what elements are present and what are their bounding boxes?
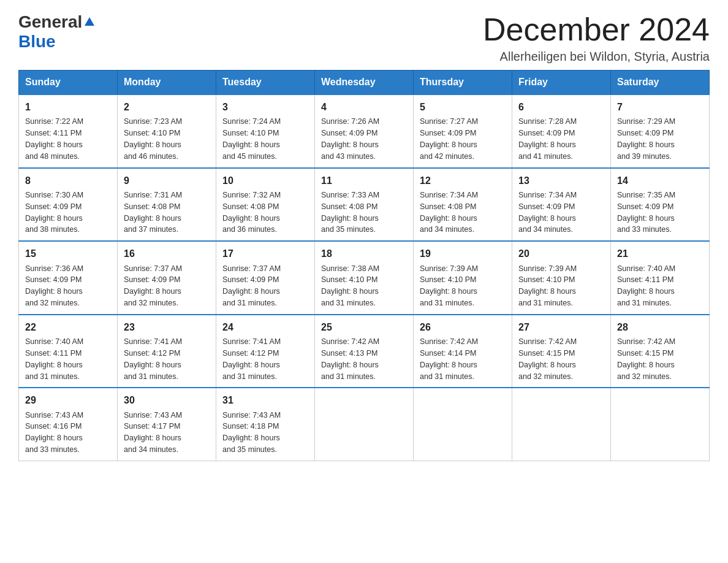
- calendar-table: Sunday Monday Tuesday Wednesday Thursday…: [18, 70, 710, 461]
- table-row: 29 Sunrise: 7:43 AMSunset: 4:16 PMDaylig…: [19, 388, 118, 461]
- day-info: Sunrise: 7:35 AMSunset: 4:09 PMDaylight:…: [617, 191, 675, 234]
- day-info: Sunrise: 7:42 AMSunset: 4:13 PMDaylight:…: [321, 337, 379, 381]
- table-row: 9 Sunrise: 7:31 AMSunset: 4:08 PMDayligh…: [118, 168, 216, 242]
- table-row: [315, 388, 414, 461]
- day-info: Sunrise: 7:24 AMSunset: 4:10 PMDaylight:…: [222, 117, 281, 161]
- table-row: 17 Sunrise: 7:37 AMSunset: 4:09 PMDaylig…: [216, 241, 315, 315]
- day-number: 29: [25, 393, 111, 407]
- day-info: Sunrise: 7:28 AMSunset: 4:09 PMDaylight:…: [518, 117, 577, 161]
- day-number: 11: [321, 174, 407, 188]
- day-number: 21: [617, 247, 703, 261]
- day-number: 27: [518, 320, 604, 334]
- table-row: 7 Sunrise: 7:29 AMSunset: 4:09 PMDayligh…: [611, 94, 710, 168]
- col-thursday: Thursday: [414, 71, 512, 95]
- day-info: Sunrise: 7:33 AMSunset: 4:08 PMDaylight:…: [321, 191, 379, 234]
- table-row: 2 Sunrise: 7:23 AMSunset: 4:10 PMDayligh…: [118, 94, 216, 168]
- title-section: December 2024 Allerheiligen bei Wildon, …: [483, 12, 710, 64]
- day-number: 12: [420, 174, 506, 188]
- header-row: Sunday Monday Tuesday Wednesday Thursday…: [19, 71, 710, 95]
- day-info: Sunrise: 7:36 AMSunset: 4:09 PMDaylight:…: [25, 264, 83, 308]
- week-row-5: 29 Sunrise: 7:43 AMSunset: 4:16 PMDaylig…: [19, 388, 710, 461]
- col-tuesday: Tuesday: [216, 71, 315, 95]
- day-number: 14: [617, 174, 703, 188]
- day-info: Sunrise: 7:40 AMSunset: 4:11 PMDaylight:…: [25, 337, 83, 381]
- col-friday: Friday: [512, 71, 611, 95]
- week-row-4: 22 Sunrise: 7:40 AMSunset: 4:11 PMDaylig…: [19, 315, 710, 388]
- table-row: 6 Sunrise: 7:28 AMSunset: 4:09 PMDayligh…: [512, 94, 611, 168]
- table-row: 15 Sunrise: 7:36 AMSunset: 4:09 PMDaylig…: [19, 241, 118, 315]
- day-info: Sunrise: 7:30 AMSunset: 4:09 PMDaylight:…: [25, 191, 83, 234]
- table-row: 18 Sunrise: 7:38 AMSunset: 4:10 PMDaylig…: [315, 241, 414, 315]
- day-info: Sunrise: 7:38 AMSunset: 4:10 PMDaylight:…: [321, 264, 379, 308]
- table-row: 14 Sunrise: 7:35 AMSunset: 4:09 PMDaylig…: [611, 168, 710, 242]
- day-info: Sunrise: 7:39 AMSunset: 4:10 PMDaylight:…: [420, 264, 478, 308]
- day-number: 13: [518, 174, 604, 188]
- day-number: 8: [25, 174, 111, 188]
- day-number: 16: [124, 247, 210, 261]
- table-row: 21 Sunrise: 7:40 AMSunset: 4:11 PMDaylig…: [611, 241, 710, 315]
- day-number: 24: [222, 320, 308, 334]
- week-row-3: 15 Sunrise: 7:36 AMSunset: 4:09 PMDaylig…: [19, 241, 710, 315]
- day-info: Sunrise: 7:34 AMSunset: 4:08 PMDaylight:…: [420, 191, 478, 234]
- table-row: 8 Sunrise: 7:30 AMSunset: 4:09 PMDayligh…: [19, 168, 118, 242]
- day-number: 18: [321, 247, 407, 261]
- logo-blue: Blue: [18, 32, 56, 52]
- day-number: 3: [222, 100, 308, 114]
- table-row: 22 Sunrise: 7:40 AMSunset: 4:11 PMDaylig…: [19, 315, 118, 388]
- table-row: 4 Sunrise: 7:26 AMSunset: 4:09 PMDayligh…: [315, 94, 414, 168]
- day-info: Sunrise: 7:41 AMSunset: 4:12 PMDaylight:…: [222, 337, 281, 381]
- month-title: December 2024: [483, 12, 710, 47]
- day-info: Sunrise: 7:34 AMSunset: 4:09 PMDaylight:…: [518, 191, 577, 234]
- table-row: 12 Sunrise: 7:34 AMSunset: 4:08 PMDaylig…: [414, 168, 512, 242]
- logo-general: General: [18, 12, 82, 32]
- day-number: 31: [222, 393, 308, 407]
- week-row-2: 8 Sunrise: 7:30 AMSunset: 4:09 PMDayligh…: [19, 168, 710, 242]
- day-number: 20: [518, 247, 604, 261]
- day-number: 6: [518, 100, 604, 114]
- logo: General Blue: [18, 12, 96, 52]
- table-row: 11 Sunrise: 7:33 AMSunset: 4:08 PMDaylig…: [315, 168, 414, 242]
- week-row-1: 1 Sunrise: 7:22 AMSunset: 4:11 PMDayligh…: [19, 94, 710, 168]
- day-number: 19: [420, 247, 506, 261]
- day-info: Sunrise: 7:42 AMSunset: 4:15 PMDaylight:…: [518, 337, 577, 381]
- table-row: 13 Sunrise: 7:34 AMSunset: 4:09 PMDaylig…: [512, 168, 611, 242]
- table-row: 25 Sunrise: 7:42 AMSunset: 4:13 PMDaylig…: [315, 315, 414, 388]
- day-info: Sunrise: 7:26 AMSunset: 4:09 PMDaylight:…: [321, 117, 379, 161]
- page-header: General Blue December 2024 Allerheiligen…: [18, 12, 710, 64]
- table-row: 26 Sunrise: 7:42 AMSunset: 4:14 PMDaylig…: [414, 315, 512, 388]
- table-row: 19 Sunrise: 7:39 AMSunset: 4:10 PMDaylig…: [414, 241, 512, 315]
- day-number: 4: [321, 100, 407, 114]
- day-info: Sunrise: 7:29 AMSunset: 4:09 PMDaylight:…: [617, 117, 675, 161]
- table-row: 10 Sunrise: 7:32 AMSunset: 4:08 PMDaylig…: [216, 168, 315, 242]
- day-info: Sunrise: 7:43 AMSunset: 4:17 PMDaylight:…: [124, 411, 182, 454]
- table-row: [611, 388, 710, 461]
- day-info: Sunrise: 7:42 AMSunset: 4:15 PMDaylight:…: [617, 337, 675, 381]
- day-number: 5: [420, 100, 506, 114]
- svg-marker-0: [85, 17, 94, 26]
- col-saturday: Saturday: [611, 71, 710, 95]
- day-info: Sunrise: 7:27 AMSunset: 4:09 PMDaylight:…: [420, 117, 478, 161]
- table-row: 20 Sunrise: 7:39 AMSunset: 4:10 PMDaylig…: [512, 241, 611, 315]
- day-info: Sunrise: 7:43 AMSunset: 4:18 PMDaylight:…: [222, 411, 281, 454]
- col-wednesday: Wednesday: [315, 71, 414, 95]
- day-number: 1: [25, 100, 111, 114]
- day-number: 7: [617, 100, 703, 114]
- day-info: Sunrise: 7:23 AMSunset: 4:10 PMDaylight:…: [124, 117, 182, 161]
- day-number: 28: [617, 320, 703, 334]
- day-number: 17: [222, 247, 308, 261]
- day-info: Sunrise: 7:22 AMSunset: 4:11 PMDaylight:…: [25, 117, 83, 161]
- day-info: Sunrise: 7:40 AMSunset: 4:11 PMDaylight:…: [617, 264, 675, 308]
- table-row: 23 Sunrise: 7:41 AMSunset: 4:12 PMDaylig…: [118, 315, 216, 388]
- day-info: Sunrise: 7:43 AMSunset: 4:16 PMDaylight:…: [25, 411, 83, 454]
- day-info: Sunrise: 7:41 AMSunset: 4:12 PMDaylight:…: [124, 337, 182, 381]
- day-number: 23: [124, 320, 210, 334]
- day-number: 25: [321, 320, 407, 334]
- day-info: Sunrise: 7:37 AMSunset: 4:09 PMDaylight:…: [124, 264, 182, 308]
- col-monday: Monday: [118, 71, 216, 95]
- table-row: [414, 388, 512, 461]
- col-sunday: Sunday: [19, 71, 118, 95]
- day-info: Sunrise: 7:39 AMSunset: 4:10 PMDaylight:…: [518, 264, 577, 308]
- table-row: 24 Sunrise: 7:41 AMSunset: 4:12 PMDaylig…: [216, 315, 315, 388]
- day-number: 30: [124, 393, 210, 407]
- table-row: 27 Sunrise: 7:42 AMSunset: 4:15 PMDaylig…: [512, 315, 611, 388]
